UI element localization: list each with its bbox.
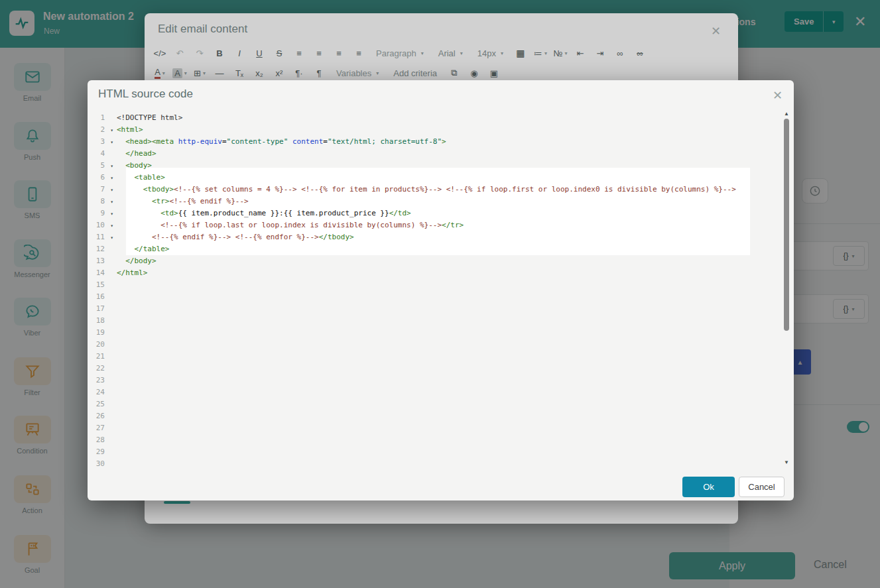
gutter-line: 18: [88, 315, 114, 327]
line-number: 15: [96, 280, 105, 289]
code-line[interactable]: [117, 327, 767, 339]
code-token: =: [323, 137, 328, 146]
code-line[interactable]: <body>: [117, 160, 767, 172]
fold-arrow-icon[interactable]: ▾: [110, 137, 113, 148]
fold-arrow-icon[interactable]: ▾: [110, 172, 113, 184]
code-token: [231, 233, 235, 241]
gutter-line: 22: [88, 363, 114, 375]
scrollbar-up-arrow[interactable]: ▲: [783, 111, 790, 117]
gutter-line: 5▾: [88, 160, 114, 172]
code-line[interactable]: [117, 434, 767, 446]
line-number: 20: [96, 340, 105, 349]
code-line[interactable]: [117, 315, 767, 327]
fold-arrow-icon[interactable]: ▾: [110, 208, 113, 220]
code-line[interactable]: [117, 303, 767, 315]
line-number: 2: [100, 125, 105, 134]
code-line[interactable]: [117, 458, 767, 470]
code-line[interactable]: [117, 446, 767, 458]
line-number: 11: [96, 233, 105, 241]
code-token: <!--{% for item in products%}-->: [301, 185, 442, 194]
code-token: =: [222, 137, 227, 146]
html-source-close-icon[interactable]: ✕: [773, 88, 783, 103]
gutter-line: 23: [88, 375, 114, 386]
code-token: [117, 257, 125, 265]
code-token: [288, 137, 292, 146]
code-lines[interactable]: <!DOCTYPE html><html> <head><meta http-e…: [117, 112, 767, 470]
code-token: [117, 149, 125, 158]
code-token: <tr>: [152, 197, 170, 206]
code-line[interactable]: <!--{% endif %}--> <!--{% endfor %}--></…: [117, 231, 767, 243]
gutter-line: 20: [88, 339, 114, 351]
fold-arrow-icon[interactable]: ▾: [110, 160, 113, 172]
code-token: [117, 161, 125, 170]
line-number: 7: [100, 185, 105, 194]
gutter-line: 21: [88, 351, 114, 363]
gutter-line: 13: [88, 255, 114, 267]
code-line[interactable]: <tbody><!--{% set columns = 4 %}--> <!--…: [117, 184, 767, 196]
code-line[interactable]: <!DOCTYPE html>: [117, 112, 767, 124]
gutter-line: 11▾: [88, 231, 114, 243]
code-line[interactable]: [117, 386, 767, 398]
code-token: [117, 209, 160, 217]
code-token: <tbody>: [143, 185, 174, 194]
code-line[interactable]: </head>: [117, 148, 767, 160]
code-line[interactable]: [117, 422, 767, 434]
code-line[interactable]: [117, 351, 767, 363]
code-line[interactable]: <td>{{ item.product_name }}:{{ item.prod…: [117, 207, 767, 219]
code-line[interactable]: [117, 398, 767, 410]
code-token: [117, 245, 135, 253]
scrollbar-down-arrow[interactable]: ▼: [783, 459, 790, 466]
code-token: [117, 197, 152, 206]
gutter-line: 15: [88, 279, 114, 291]
code-token: "content-type": [227, 137, 288, 146]
code-line[interactable]: <html>: [117, 124, 767, 136]
code-line[interactable]: [117, 410, 767, 422]
code-token: </html>: [117, 268, 147, 277]
code-line[interactable]: [117, 363, 767, 375]
gutter-line: 2▾: [88, 124, 114, 136]
code-line[interactable]: </html>: [117, 267, 767, 279]
fold-arrow-icon[interactable]: ▾: [110, 232, 113, 244]
code-line[interactable]: [117, 279, 767, 291]
code-line[interactable]: <head><meta http-equiv="content-type" co…: [117, 136, 767, 148]
gutter-line: 25: [88, 398, 114, 410]
fold-arrow-icon[interactable]: ▾: [110, 184, 113, 196]
html-source-modal-title: HTML source code: [98, 88, 193, 101]
code-token: <!--{% endif %}-->: [169, 197, 248, 206]
fold-arrow-icon[interactable]: ▾: [110, 125, 113, 137]
code-line[interactable]: [117, 339, 767, 351]
line-number: 28: [96, 436, 105, 444]
cancel-button[interactable]: Cancel: [739, 477, 785, 497]
code-line[interactable]: <tr><!--{% endif %}-->: [117, 196, 767, 207]
code-line[interactable]: [117, 291, 767, 303]
line-number: 26: [96, 412, 105, 420]
code-line[interactable]: <table>: [117, 172, 767, 184]
line-number: 6: [100, 173, 105, 182]
code-editor[interactable]: 12▾3▾45▾6▾7▾8▾9▾10▾11▾121314151617181920…: [88, 109, 781, 471]
code-token: </tr>: [442, 221, 464, 229]
code-token: <!--{% set columns = 4 %}-->: [174, 185, 296, 194]
fold-arrow-icon[interactable]: ▾: [110, 196, 113, 208]
code-token: [117, 233, 152, 241]
line-number: 4: [100, 149, 105, 158]
code-token: <head><meta: [125, 137, 178, 146]
code-line[interactable]: </table>: [117, 243, 767, 255]
code-token: <td>: [160, 209, 178, 217]
fold-arrow-icon[interactable]: ▾: [110, 220, 113, 232]
gutter-line: 16: [88, 291, 114, 303]
gutter-line: 6▾: [88, 172, 114, 184]
line-number: 8: [100, 197, 105, 206]
gutter-line: 9▾: [88, 207, 114, 219]
code-token: <!--{% endfor %}-->: [235, 233, 319, 241]
code-token: </head>: [125, 149, 156, 158]
code-line[interactable]: <!--{% if loop.last or loop.index is div…: [117, 219, 767, 231]
code-token: [117, 221, 160, 229]
gutter-line: 24: [88, 386, 114, 398]
line-number: 23: [96, 376, 105, 384]
code-line[interactable]: </body>: [117, 255, 767, 267]
code-line[interactable]: [117, 375, 767, 386]
ok-button[interactable]: Ok: [682, 477, 735, 497]
scrollbar-thumb[interactable]: [784, 119, 789, 331]
html-source-modal: HTML source code ✕ 12▾3▾45▾6▾7▾8▾9▾10▾11…: [88, 80, 794, 500]
gutter-line: 12: [88, 243, 114, 255]
